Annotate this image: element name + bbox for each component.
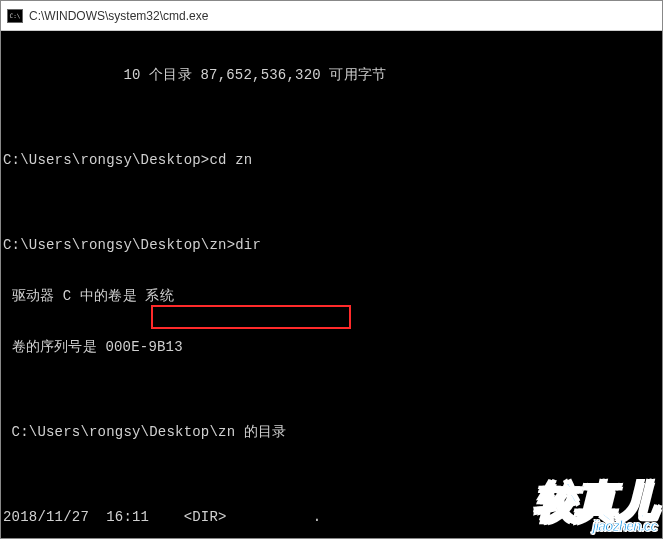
cmd-icon	[7, 9, 23, 23]
term-line: C:\Users\rongsy\Desktop>cd zn	[3, 152, 660, 169]
term-line: 驱动器 C 中的卷是 系统	[3, 288, 660, 305]
term-line: 10 个目录 87,652,536,320 可用字节	[3, 67, 660, 84]
terminal[interactable]: 10 个目录 87,652,536,320 可用字节 C:\Users\rong…	[1, 31, 662, 538]
term-line: 2018/11/27 16:11 <DIR> .	[3, 509, 660, 526]
titlebar[interactable]: C:\WINDOWS\system32\cmd.exe	[1, 1, 662, 31]
term-line: 卷的序列号是 000E-9B13	[3, 339, 660, 356]
window-title: C:\WINDOWS\system32\cmd.exe	[29, 9, 208, 23]
term-line: C:\Users\rongsy\Desktop\zn 的目录	[3, 424, 660, 441]
highlight-box	[151, 305, 351, 329]
term-line: C:\Users\rongsy\Desktop\zn>dir	[3, 237, 660, 254]
cmd-window: C:\WINDOWS\system32\cmd.exe 10 个目录 87,65…	[0, 0, 663, 539]
